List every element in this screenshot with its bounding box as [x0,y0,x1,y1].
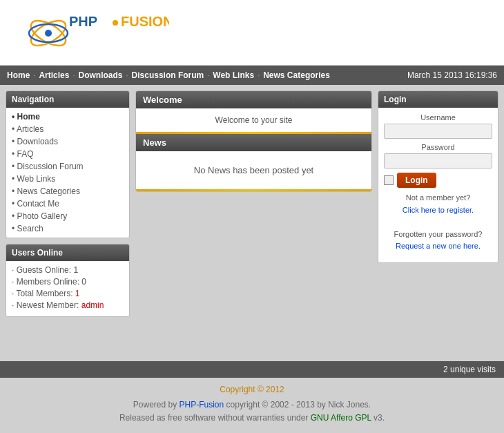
login-form: Username Password Login Not a member yet… [378,108,498,262]
svg-point-5 [113,20,118,26]
sidebar-link-forum[interactable]: Discussion Forum [6,160,129,173]
unique-visits: 2 unique visits [443,365,496,374]
navbar-datetime: March 15 2013 16:19:36 [407,70,497,80]
news-title: News [136,134,371,151]
svg-text:PHP: PHP [69,14,97,29]
nav-link-home[interactable]: Home [7,70,30,80]
sidebar-link-contactme[interactable]: Contact Me [6,198,129,210]
register-link[interactable]: Click here to register. [403,206,474,214]
logo-area: PHP FUSION [10,7,169,59]
sidebar: Navigation Home Articles Downloads FAQ D… [6,90,130,356]
login-box: Login Username Password Login Not a memb… [378,90,498,263]
news-divider [136,189,371,191]
sidebar-link-home[interactable]: Home [6,110,129,123]
login-button[interactable]: Login [397,173,436,188]
members-online: · Members Online: 0 [12,277,124,287]
navigation-box: Navigation Home Articles Downloads FAQ D… [6,90,130,238]
forgotten-text: Forgotten your password? [384,229,492,241]
welcome-title: Welcome [136,91,371,108]
sidebar-link-faq[interactable]: FAQ [6,148,129,160]
news-text: No News has been posted yet [136,151,371,189]
users-online-content: · Guests Online: 1 · Members Online: 0 ·… [6,261,129,316]
remember-checkbox[interactable] [384,175,394,185]
navbar: Home · Articles · Downloads · Discussion… [0,66,504,85]
login-links: Not a member yet? Click here to register… [384,192,492,257]
newest-member: · Newest Member: admin [12,300,124,310]
total-members: · Total Members: 1 [12,289,124,298]
svg-text:FUSION: FUSION [121,14,169,29]
users-online-title: Users Online [6,244,129,261]
navbar-links: Home · Articles · Downloads · Discussion… [7,70,330,80]
nav-link-forum[interactable]: Discussion Forum [132,70,204,80]
powered-text: Powered by PHP-Fusion copyright © 2002 -… [7,398,497,425]
sidebar-link-weblinks[interactable]: Web Links [6,173,129,185]
username-label: Username [384,113,492,122]
site-logo: PHP FUSION [10,7,169,59]
nav-link-downloads[interactable]: Downloads [79,70,123,80]
copyright-text: Copyright © 2012 [7,385,497,394]
users-online-box: Users Online · Guests Online: 1 · Member… [6,244,130,317]
login-title: Login [378,91,498,108]
total-members-link[interactable]: 1 [75,289,80,298]
welcome-box: Welcome Welcome to your site News No New… [135,90,372,192]
header: PHP FUSION [0,0,504,66]
password-input[interactable] [384,153,492,169]
request-new-link[interactable]: Request a new one here. [396,242,481,250]
nav-link-newscategories[interactable]: News Categories [263,70,330,80]
sidebar-nav-title: Navigation [6,91,129,108]
login-row: Login [384,173,492,188]
nav-link-weblinks[interactable]: Web Links [213,70,254,80]
password-label: Password [384,143,492,151]
nav-sep-2: · [72,71,75,79]
main-area: Navigation Home Articles Downloads FAQ D… [0,85,504,361]
newest-member-link[interactable]: admin [81,300,104,310]
stats-bar: 2 unique visits [0,361,504,378]
gpl-link[interactable]: GNU Affero GPL [311,413,371,423]
welcome-text: Welcome to your site [136,108,371,132]
sidebar-link-photogallery[interactable]: Photo Gallery [6,210,129,222]
sidebar-link-search[interactable]: Search [6,222,129,235]
sidebar-nav-links: Home Articles Downloads FAQ Discussion F… [6,108,129,238]
svg-point-3 [45,30,52,37]
sidebar-link-downloads[interactable]: Downloads [6,135,129,148]
sidebar-link-articles[interactable]: Articles [6,123,129,135]
sidebar-link-newscategories[interactable]: News Categories [6,185,129,198]
nav-sep-1: · [33,71,35,79]
login-sidebar: Login Username Password Login Not a memb… [378,90,498,356]
not-member-text: Not a member yet? [384,192,492,204]
guests-online: · Guests Online: 1 [12,265,124,275]
username-input[interactable] [384,124,492,139]
nav-sep-5: · [258,71,260,79]
footer: Copyright © 2012 Powered by PHP-Fusion c… [0,378,504,432]
nav-sep-3: · [126,71,128,79]
nav-sep-4: · [207,71,209,79]
main-content: Welcome Welcome to your site News No New… [135,90,372,356]
phpfusion-link[interactable]: PHP-Fusion [180,400,224,410]
nav-link-articles[interactable]: Articles [39,70,69,80]
